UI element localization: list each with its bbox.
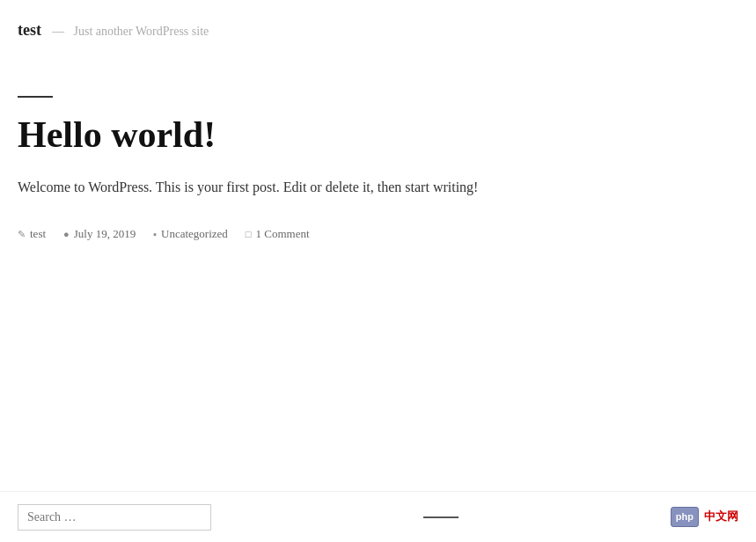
site-title: test [18, 18, 41, 43]
separator: — [52, 25, 64, 38]
post-comments-meta: □ 1 Comment [246, 225, 310, 244]
tagline-text: Just another WordPress site [73, 25, 209, 38]
post-author: test [30, 225, 46, 244]
php-logo: php [671, 507, 699, 528]
post-content: Welcome to WordPress. This is your first… [18, 175, 738, 199]
php-badge: php 中文网 [671, 507, 738, 528]
post-title: Hello world! [18, 114, 738, 156]
post-category: Uncategorized [161, 225, 228, 244]
clock-icon: ● [63, 227, 70, 243]
php-site-name: 中文网 [704, 508, 738, 526]
footer-divider [423, 516, 459, 518]
comment-icon: □ [246, 227, 252, 243]
search-widget [18, 504, 211, 531]
main-content: Hello world! Welcome to WordPress. This … [0, 52, 756, 261]
search-input[interactable] [18, 504, 211, 531]
site-header: test — Just another WordPress site [0, 0, 756, 52]
folder-icon: ▪ [153, 227, 157, 243]
post-category-meta: ▪ Uncategorized [153, 225, 228, 244]
site-tagline: — Just another WordPress site [52, 22, 209, 41]
post-meta: ✎ test ● July 19, 2019 ▪ Uncategorized □… [18, 225, 738, 244]
post-divider [18, 96, 53, 98]
footer: php 中文网 [0, 491, 756, 542]
author-icon: ✎ [18, 227, 26, 243]
post-date: July 19, 2019 [74, 225, 136, 244]
post-author-meta: ✎ test [18, 225, 46, 244]
post-date-meta: ● July 19, 2019 [63, 225, 136, 244]
post-comments: 1 Comment [256, 225, 310, 244]
